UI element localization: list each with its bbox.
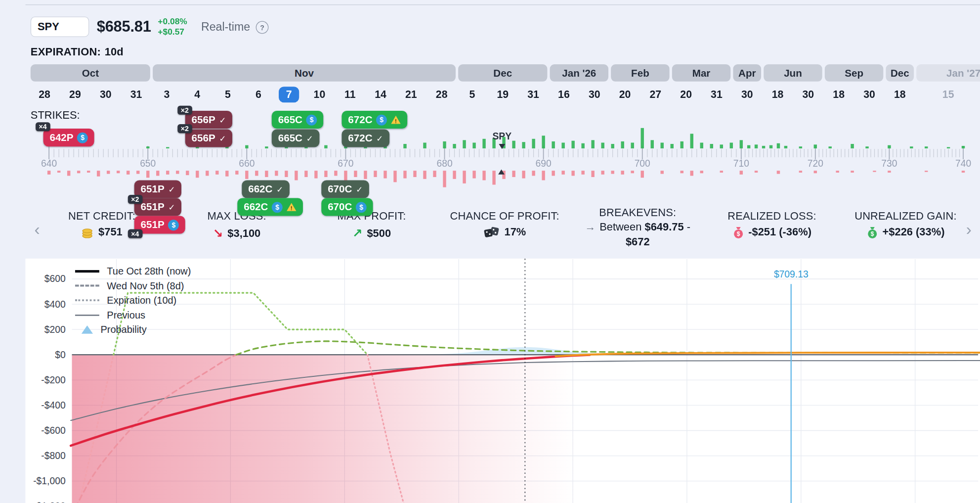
date-cell-3[interactable]: 3	[151, 85, 182, 104]
date-cell-31[interactable]: 31	[518, 85, 549, 104]
expiration-value: 10d	[105, 46, 124, 58]
month-tab-Feb[interactable]: Feb	[611, 64, 669, 82]
check-icon: ✓	[219, 115, 226, 124]
strike-badge-label: 651P	[141, 201, 165, 213]
strike-multiplier-badge: ×4	[128, 229, 142, 238]
strike-badge-label: 656P	[192, 114, 215, 125]
month-tab-Oct[interactable]: Oct	[31, 64, 150, 82]
month-tab-Sep[interactable]: Sep	[825, 64, 883, 82]
strike-badge-642P[interactable]: 642P $	[43, 129, 94, 146]
date-cell-30[interactable]: 30	[90, 85, 121, 104]
legend-item-8d[interactable]: Wed Nov 5th (8d)	[75, 278, 191, 293]
date-cell-14[interactable]: 14	[365, 85, 396, 104]
month-tab-Jan-27[interactable]: Jan '27	[916, 64, 980, 82]
legend-line-previous-icon	[75, 314, 99, 316]
help-icon[interactable]: ?	[256, 21, 269, 34]
strike-badge-665C[interactable]: 665C $	[272, 111, 324, 129]
down-arrow-icon: ↘	[213, 226, 223, 241]
date-cell-30[interactable]: 30	[793, 85, 823, 104]
spy-axis-marker-label: SPY	[492, 131, 511, 141]
svg-text:!: !	[291, 205, 293, 211]
date-cell-19[interactable]: 19	[487, 85, 518, 104]
date-cell-16[interactable]: 16	[549, 85, 579, 104]
svg-text:690: 690	[536, 158, 552, 169]
strike-badge-662C[interactable]: 662C ✓	[242, 180, 290, 198]
warning-icon: !	[287, 202, 297, 211]
svg-text:700: 700	[635, 158, 650, 169]
date-cell-31[interactable]: 31	[121, 85, 152, 104]
svg-text:720: 720	[808, 158, 823, 169]
strike-badge-672C[interactable]: 672C ✓	[341, 129, 389, 147]
strike-badge-656P[interactable]: 656P ✓	[185, 129, 233, 147]
dollar-icon: $	[356, 202, 367, 213]
date-cell-20[interactable]: 20	[671, 85, 701, 104]
strike-badge-670C[interactable]: 670C ✓	[321, 180, 369, 198]
legend-label: Previous	[107, 309, 145, 320]
legend-item-probability[interactable]: Probability	[75, 322, 191, 337]
price-marker-label: $709.13	[774, 269, 809, 279]
y-axis-label: -$600	[41, 425, 65, 436]
date-cell-27[interactable]: 27	[640, 85, 671, 104]
strike-multiplier-badge: ×2	[128, 195, 142, 204]
strike-badge-665C[interactable]: 665C ✓	[272, 129, 320, 147]
date-cell-30[interactable]: 30	[854, 85, 885, 104]
date-cell-10[interactable]: 10	[304, 85, 335, 104]
date-cell-4[interactable]: 4	[182, 85, 213, 104]
date-cell-6[interactable]: 6	[243, 85, 274, 104]
dollar-icon: $	[272, 202, 283, 213]
y-axis-label: -$800	[41, 451, 65, 461]
loss-region-fill	[72, 355, 577, 503]
warning-icon: !	[391, 115, 401, 124]
date-cell-18[interactable]: 18	[823, 85, 854, 104]
date-cell-28[interactable]: 28	[29, 85, 60, 104]
legend-item-now[interactable]: Tue Oct 28th (now)	[75, 264, 191, 278]
stat-value: 17%	[504, 226, 526, 239]
y-axis-label: -$200	[41, 375, 65, 385]
y-axis-label: $0	[55, 350, 65, 360]
breakeven-high: $672	[626, 235, 650, 247]
strike-badge-672C[interactable]: 672C $ !	[341, 111, 407, 129]
y-axis-label: $400	[44, 299, 66, 310]
date-cell-5[interactable]: 5	[213, 85, 243, 104]
strike-badge-656P[interactable]: 656P ✓	[185, 111, 233, 129]
date-cell-29[interactable]: 29	[60, 85, 90, 104]
date-cell-7[interactable]: 7	[274, 85, 304, 104]
date-cell-15[interactable]: 15	[915, 85, 980, 104]
price-change-percent: +0.08%	[158, 16, 187, 27]
date-cell-11[interactable]: 11	[335, 85, 365, 104]
strike-badge-label: 651P	[141, 219, 165, 230]
date-cell-21[interactable]: 21	[396, 85, 426, 104]
date-cell-30[interactable]: 30	[732, 85, 763, 104]
ticker-input[interactable]	[31, 16, 89, 37]
legend-item-previous[interactable]: Previous	[75, 308, 191, 322]
stats-prev-button[interactable]: ‹	[35, 221, 40, 237]
month-tab-Nov[interactable]: Nov	[153, 64, 456, 82]
strike-badge-label: 642P	[49, 132, 73, 143]
breakevens-prefix: Between	[599, 221, 641, 233]
month-tab-Apr[interactable]: Apr	[733, 64, 761, 82]
stat-label: UNREALIZED GAIN:	[854, 210, 956, 223]
legend-item-expiration[interactable]: Expiration (10d)	[75, 293, 191, 308]
month-tab-Dec[interactable]: Dec	[458, 64, 547, 82]
stat-value: -$251 (-36%)	[748, 226, 811, 239]
month-tab-Jun[interactable]: Jun	[764, 64, 822, 82]
date-cell-31[interactable]: 31	[701, 85, 732, 104]
stats-next-button[interactable]: ›	[966, 221, 972, 237]
coins-icon	[81, 226, 94, 239]
date-cell-18[interactable]: 18	[763, 85, 793, 104]
up-arrow-icon: ↗	[352, 226, 363, 241]
date-cell-20[interactable]: 20	[610, 85, 640, 104]
y-axis-label: $200	[44, 324, 66, 335]
date-cell-30[interactable]: 30	[579, 85, 610, 104]
month-tab-Dec[interactable]: Dec	[886, 64, 914, 82]
strike-badge-670C[interactable]: 670C $	[321, 198, 373, 216]
date-cell-5[interactable]: 5	[457, 85, 488, 104]
date-cell-28[interactable]: 28	[426, 85, 457, 104]
strike-badge-label: 665C	[278, 114, 302, 125]
date-cell-18[interactable]: 18	[885, 85, 915, 104]
month-tab-Jan-26[interactable]: Jan '26	[550, 64, 608, 82]
month-tab-Mar[interactable]: Mar	[672, 64, 730, 82]
strike-badge-662C[interactable]: 662C $ !	[237, 198, 303, 216]
stat-value: +$226 (33%)	[883, 226, 945, 239]
strike-badge-label: 672C	[348, 133, 372, 144]
